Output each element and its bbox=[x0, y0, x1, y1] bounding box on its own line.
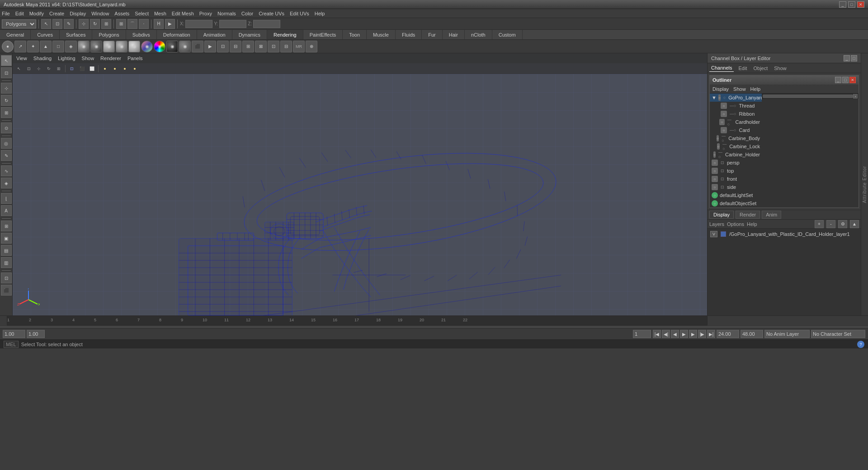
visibility-icon-persp[interactable]: ○ bbox=[712, 160, 718, 166]
menu-create-uvs[interactable]: Create UVs bbox=[259, 11, 284, 16]
vp-move-btn[interactable]: ⊹ bbox=[34, 65, 43, 73]
tool-rotate2[interactable]: ↻ bbox=[1, 95, 12, 106]
fps-end-input[interactable] bbox=[741, 330, 763, 338]
tool-sculpt[interactable]: ∿ bbox=[1, 165, 12, 176]
playback-step-input[interactable] bbox=[633, 330, 651, 338]
visibility-icon-side[interactable]: ○ bbox=[712, 184, 718, 190]
tool-show-manip[interactable]: ⊙ bbox=[1, 122, 12, 133]
tab-ncloth[interactable]: nCloth bbox=[465, 30, 492, 39]
shelf-sphere5[interactable]: ◉ bbox=[128, 41, 140, 52]
vp-menu-lighting[interactable]: Lighting bbox=[58, 56, 75, 61]
outliner-menu-help[interactable]: Help bbox=[750, 86, 761, 92]
tool-select[interactable]: ↖ bbox=[41, 19, 51, 29]
layer-tab-display[interactable]: Display bbox=[709, 211, 734, 219]
minimize-button[interactable]: _ bbox=[839, 1, 846, 8]
shelf-render2[interactable]: ⊡ bbox=[217, 41, 229, 52]
visibility-icon-front[interactable]: ○ bbox=[712, 176, 718, 182]
outliner-item-front[interactable]: ○ ⊡ front bbox=[710, 175, 762, 183]
tool-soft-select[interactable]: ◎ bbox=[1, 138, 12, 149]
outliner-scroll-right[interactable]: › bbox=[853, 94, 858, 99]
visibility-icon-root[interactable]: ○ bbox=[718, 94, 721, 101]
timeline-inner[interactable]: 1 2 3 4 5 6 7 8 9 10 11 12 13 14 15 16 1… bbox=[7, 316, 707, 326]
menu-file[interactable]: File bbox=[2, 11, 10, 16]
tool-polygon-edge[interactable]: ▤ bbox=[1, 245, 12, 256]
tool-paint[interactable]: ✎ bbox=[64, 19, 74, 29]
vp-menu-view[interactable]: View bbox=[16, 56, 27, 61]
outliner-item-carbine-body[interactable]: ○ —○ Carbine_Body bbox=[710, 134, 762, 142]
shelf-render4[interactable]: ⊞ bbox=[242, 41, 254, 52]
tool-snap-point[interactable]: · bbox=[139, 19, 149, 29]
panel-maximize[interactable]: □ bbox=[851, 55, 857, 61]
vp-texture-btn[interactable]: ⬜ bbox=[87, 65, 96, 73]
menu-edit-uvs[interactable]: Edit UVs bbox=[290, 11, 309, 16]
tab-curves[interactable]: Curves bbox=[31, 30, 60, 39]
tool-scale2[interactable]: ⊞ bbox=[1, 107, 12, 118]
menu-color[interactable]: Color bbox=[241, 11, 253, 16]
tool-paint-weights[interactable]: ✎ bbox=[1, 150, 12, 161]
menu-mesh[interactable]: Mesh bbox=[154, 11, 166, 16]
tab-animation[interactable]: Animation bbox=[197, 30, 232, 39]
shelf-sphere[interactable]: ◉ bbox=[78, 41, 90, 52]
outliner-item-card[interactable]: ○ —○ Card bbox=[710, 126, 762, 134]
collapse-icon[interactable]: ▼ bbox=[712, 95, 717, 100]
tool-select-arrow[interactable]: ↖ bbox=[1, 55, 12, 66]
outliner-item-defaultobjectset[interactable]: ○ defaultObjectSet bbox=[710, 199, 762, 207]
layer-opt-help[interactable]: Help bbox=[747, 221, 757, 227]
panel-minimize[interactable]: _ bbox=[844, 55, 850, 61]
visibility-icon-carbine-holder[interactable]: ○ bbox=[713, 151, 716, 158]
vp-smooth-btn[interactable]: ⬛ bbox=[77, 65, 86, 73]
layer-visibility-1[interactable]: V bbox=[710, 231, 717, 237]
tool-move[interactable]: ⊹ bbox=[79, 19, 89, 29]
outliner-item-persp[interactable]: ○ ⊡ persp bbox=[710, 159, 762, 167]
tool-annotation[interactable]: A bbox=[1, 205, 12, 216]
vp-select-btn[interactable]: ↖ bbox=[14, 65, 24, 73]
attribute-editor-strip[interactable]: Attribute Editor bbox=[861, 53, 868, 315]
tab-dynamics[interactable]: Dynamics bbox=[232, 30, 267, 39]
coord-y-input[interactable] bbox=[219, 20, 246, 28]
menu-assets[interactable]: Assets bbox=[114, 11, 129, 16]
vp-menu-panels[interactable]: Panels bbox=[127, 56, 143, 61]
tool-lasso2[interactable]: ⊡ bbox=[1, 67, 12, 78]
cb-tab-edit[interactable]: Edit bbox=[736, 65, 749, 72]
tool-polygon-face[interactable]: ▣ bbox=[1, 233, 12, 244]
tool-scale[interactable]: ⊞ bbox=[101, 19, 111, 29]
outliner-item-carbine-lock[interactable]: ○ —○ Carbine_Lock bbox=[710, 142, 762, 150]
vp-light2[interactable]: ● bbox=[110, 65, 119, 73]
fps-input[interactable] bbox=[717, 330, 739, 338]
menu-select[interactable]: Select bbox=[135, 11, 149, 16]
vp-wireframe-btn[interactable]: ⊡ bbox=[67, 65, 76, 73]
tab-deformation[interactable]: Deformation bbox=[157, 30, 197, 39]
menu-proxy[interactable]: Proxy bbox=[199, 11, 212, 16]
outliner-maximize[interactable]: □ bbox=[842, 77, 849, 83]
layer-move-up-btn[interactable]: ▲ bbox=[850, 220, 859, 228]
tool-polygon-vert[interactable]: ▥ bbox=[1, 257, 12, 268]
tab-fur[interactable]: Fur bbox=[422, 30, 443, 39]
menu-help[interactable]: Help bbox=[315, 11, 325, 16]
outliner-item-top[interactable]: ○ ⊡ top bbox=[710, 167, 762, 175]
shelf-ipr[interactable]: ▶ bbox=[204, 41, 216, 52]
tab-hair[interactable]: Hair bbox=[443, 30, 465, 39]
tool-move2[interactable]: ⊹ bbox=[1, 83, 12, 94]
menu-modify[interactable]: Modify bbox=[29, 11, 44, 16]
outliner-item-carbine-holder[interactable]: ○ —○ Carbine_Holder bbox=[710, 150, 762, 159]
playback-jump-start[interactable]: |◀ bbox=[653, 330, 661, 338]
shelf-tool1[interactable]: ⊕ bbox=[306, 41, 317, 52]
vp-menu-show[interactable]: Show bbox=[82, 56, 94, 61]
shelf-sphere2[interactable]: ◉ bbox=[90, 41, 102, 52]
menu-window[interactable]: Window bbox=[91, 11, 109, 16]
shelf-mental-ray[interactable]: MR bbox=[293, 41, 305, 52]
tool-lasso[interactable]: ⊡ bbox=[52, 19, 62, 29]
shelf-render6[interactable]: ⊡ bbox=[268, 41, 279, 52]
vp-menu-shading[interactable]: Shading bbox=[33, 56, 52, 61]
outliner-scroll-thumb[interactable] bbox=[763, 94, 853, 98]
cb-tab-channels[interactable]: Channels bbox=[709, 64, 734, 72]
layer-row-1[interactable]: V /GoPro_Lanyard_with_Plastic_ID_Card_Ho… bbox=[708, 230, 860, 239]
tab-surfaces[interactable]: Surfaces bbox=[60, 30, 92, 39]
playback-next-key[interactable]: |▶ bbox=[698, 330, 706, 338]
cb-tab-show[interactable]: Show bbox=[772, 65, 788, 72]
playback-prev-frame[interactable]: ◀ bbox=[671, 330, 679, 338]
mode-selector[interactable]: Polygons bbox=[2, 19, 36, 28]
shelf-vol-light[interactable]: ◈ bbox=[65, 41, 77, 52]
vp-light3[interactable]: ● bbox=[120, 65, 129, 73]
tool-render[interactable]: ▶ bbox=[165, 19, 175, 29]
